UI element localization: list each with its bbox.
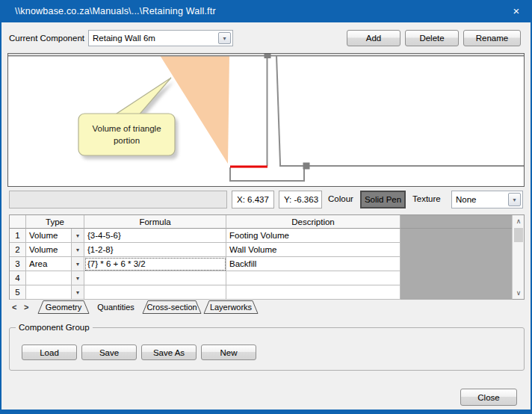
close-icon[interactable]: × — [510, 4, 523, 18]
description-cell[interactable]: Wall Volume — [226, 243, 400, 257]
table-row[interactable]: 4 ▾ — [10, 271, 524, 285]
tab-geometry[interactable]: Geometry — [38, 301, 89, 314]
description-cell[interactable] — [226, 285, 400, 300]
scroll-down-icon[interactable]: ∨ — [513, 288, 525, 298]
solid-pen-button[interactable]: Solid Pen — [360, 191, 406, 208]
vertical-scrollbar[interactable]: ∧ ∨ — [512, 215, 524, 299]
svg-text:Geometry: Geometry — [46, 303, 82, 312]
svg-text:Quantities: Quantities — [97, 303, 134, 312]
y-coordinate-box: Y: -6.363 — [279, 191, 322, 208]
formula-cell-selected[interactable]: {7} * 6 + 6 * 3/2 — [84, 257, 226, 271]
component-select-value: Retaing Wall 6m — [89, 34, 218, 43]
tab-cross-section[interactable]: Cross-section — [143, 301, 201, 314]
tab-quantities-active[interactable]: Quantities — [90, 301, 141, 314]
status-row: X: 6.437 Y: -6.363 Colour Solid Pen Text… — [1, 191, 531, 210]
new-button[interactable]: New — [201, 345, 256, 360]
component-select[interactable]: Retaing Wall 6m ▾ — [88, 30, 233, 46]
row-number: 5 — [10, 285, 26, 300]
row-number: 4 — [10, 271, 26, 285]
wall-right-face — [276, 55, 280, 164]
table-filler — [400, 257, 513, 271]
chevron-down-icon[interactable]: ▾ — [218, 32, 231, 44]
table-row[interactable]: 2 Volume ▾ {1-2-8} Wall Volume — [10, 243, 524, 257]
description-cell[interactable]: Footing Volume — [226, 229, 400, 243]
texture-select[interactable]: None ▾ — [451, 191, 523, 208]
load-button[interactable]: Load — [22, 345, 77, 360]
header-rownum — [10, 215, 26, 229]
formula-cell[interactable] — [84, 271, 226, 285]
formula-cell[interactable]: {3-4-5-6} — [84, 229, 226, 243]
x-coordinate-box: X: 6.437 — [232, 191, 274, 208]
save-button[interactable]: Save — [81, 345, 137, 360]
retaining-wall-drawing: Volume of triangle portion — [8, 54, 524, 186]
formula-cell[interactable] — [84, 285, 226, 300]
current-component-label: Current Component — [9, 34, 84, 43]
formula-cell[interactable]: {1-2-8} — [84, 243, 226, 257]
table-row[interactable]: 5 ▾ — [10, 285, 524, 300]
description-cell[interactable]: Backfill — [226, 257, 400, 271]
row-number: 2 — [10, 243, 26, 257]
svg-text:Cross-section: Cross-section — [146, 303, 197, 312]
callout-text-line1: Volume of triangle — [92, 124, 161, 133]
table-filler — [400, 215, 513, 229]
svg-text:Layerworks: Layerworks — [210, 303, 253, 312]
add-button[interactable]: Add — [347, 30, 400, 46]
table-filler — [400, 229, 513, 243]
header-description: Description — [226, 215, 400, 229]
tab-scroll-left-icon[interactable]: < — [12, 303, 16, 312]
table-header-row: Type Formula Description — [10, 215, 524, 229]
tab-layerworks[interactable]: Layerworks — [204, 301, 258, 314]
component-group-box: Component Group Load Save Save As New — [9, 327, 525, 371]
table-filler — [400, 271, 513, 285]
row-number: 1 — [10, 229, 26, 243]
component-group-legend: Component Group — [16, 323, 93, 332]
table-row[interactable]: 1 Volume ▾ {3-4-5-6} Footing Volume — [10, 229, 524, 243]
grip-handle-right[interactable] — [303, 163, 310, 170]
table-filler — [400, 243, 513, 257]
rename-button[interactable]: Rename — [463, 30, 521, 46]
save-as-button[interactable]: Save As — [141, 345, 197, 360]
status-message-field — [9, 191, 227, 208]
type-cell[interactable]: Volume — [26, 229, 72, 243]
colour-label: Colour — [328, 194, 353, 203]
chevron-down-icon[interactable]: ▾ — [72, 285, 84, 300]
chevron-down-icon[interactable]: ▾ — [72, 243, 84, 257]
sheet-tabs: Geometry Quantities Cross-section Layerw… — [36, 300, 263, 315]
row-number: 3 — [10, 257, 26, 271]
chevron-down-icon[interactable]: ▾ — [72, 271, 84, 285]
type-cell[interactable] — [26, 271, 72, 285]
table-row[interactable]: 3 Area ▾ {7} * 6 + 6 * 3/2 Backfill — [10, 257, 524, 271]
chevron-down-icon[interactable]: ▾ — [72, 257, 84, 271]
texture-label: Texture — [412, 194, 441, 203]
callout-text-line2: portion — [114, 136, 140, 145]
footing-outline — [230, 167, 304, 181]
close-button[interactable]: Close — [460, 389, 517, 406]
grip-handle-top[interactable] — [265, 54, 271, 58]
chevron-down-icon[interactable]: ▾ — [72, 229, 84, 243]
dialog-body: Current Component Retaing Wall 6m ▾ Add … — [1, 22, 531, 410]
sheet-tab-strip: < > Geometry Quantities Cross-section La — [1, 300, 531, 315]
table-filler — [400, 285, 513, 300]
callout-tail — [112, 78, 171, 117]
delete-button[interactable]: Delete — [405, 30, 459, 46]
description-cell[interactable] — [226, 271, 400, 285]
type-cell[interactable]: Volume — [26, 243, 72, 257]
scrollbar-thumb[interactable] — [514, 228, 523, 242]
dialog-window: \\knowbase.co.za\Manuals\...\Retaining W… — [0, 0, 532, 414]
type-cell[interactable] — [26, 285, 72, 300]
scroll-up-icon[interactable]: ∧ — [513, 216, 525, 226]
header-type: Type — [26, 215, 84, 229]
chevron-down-icon[interactable]: ▾ — [508, 193, 521, 206]
callout-balloon — [78, 114, 175, 155]
type-cell[interactable]: Area — [26, 257, 72, 271]
formula-table: Type Formula Description 1 Volume ▾ {3-4… — [9, 214, 525, 300]
title-bar: \\knowbase.co.za\Manuals\...\Retaining W… — [0, 0, 532, 22]
ground-line-right — [280, 164, 524, 166]
window-title: \\knowbase.co.za\Manuals\...\Retaining W… — [15, 6, 216, 16]
texture-select-value: None — [452, 195, 508, 204]
drawing-canvas[interactable]: Volume of triangle portion — [7, 53, 525, 187]
header-formula: Formula — [84, 215, 226, 229]
tab-scroll-right-icon[interactable]: > — [24, 303, 28, 312]
